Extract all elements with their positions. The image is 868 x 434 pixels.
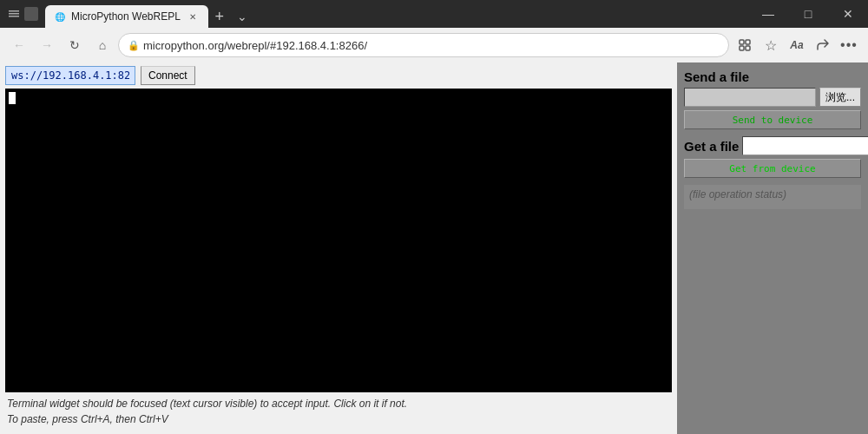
share-button[interactable] — [811, 33, 835, 57]
send-file-title: Send a file — [684, 69, 861, 84]
address-bar[interactable]: 🔒 micropython.org/webrepl/#192.168.4.1:8… — [118, 33, 729, 57]
send-to-device-button[interactable]: Send to device — [684, 110, 861, 129]
back-button[interactable]: ← — [7, 33, 31, 57]
new-tab-button[interactable]: + — [208, 5, 231, 28]
svg-rect-4 — [746, 40, 750, 44]
svg-rect-1 — [9, 13, 19, 15]
svg-rect-3 — [740, 40, 744, 44]
favorites-button[interactable]: ☆ — [759, 33, 783, 57]
tab-favicon: 🌐 — [54, 10, 66, 23]
get-file-input[interactable] — [742, 136, 868, 155]
browse-button[interactable]: 浏览... — [819, 88, 861, 107]
send-file-input[interactable] — [684, 88, 816, 107]
connect-button[interactable]: Connect — [141, 66, 195, 85]
svg-rect-2 — [9, 16, 19, 17]
refresh-button[interactable]: ↻ — [62, 33, 87, 57]
file-operation-status: (file operation status) — [684, 185, 861, 209]
browser-tab-icon — [24, 7, 38, 21]
home-button[interactable]: ⌂ — [90, 33, 115, 57]
get-file-section: Get a file Get from device — [684, 136, 861, 178]
tab-dropdown-button[interactable]: ⌄ — [231, 5, 253, 28]
close-window-button[interactable]: ✕ — [828, 0, 868, 28]
get-file-title: Get a file — [684, 139, 739, 154]
more-button[interactable]: ••• — [837, 33, 861, 57]
terminal[interactable] — [5, 89, 672, 392]
terminal-hint: Terminal widget should be focused (text … — [5, 392, 672, 431]
ws-address-input[interactable] — [5, 66, 135, 85]
address-lock-icon: 🔒 — [128, 40, 140, 51]
address-text: micropython.org/webrepl/#192.168.4.1:826… — [143, 39, 720, 52]
active-tab[interactable]: 🌐 MicroPython WebREPL ✕ — [45, 5, 208, 28]
svg-rect-6 — [746, 46, 750, 50]
svg-rect-5 — [740, 46, 744, 50]
send-file-section: Send a file 浏览... Send to device — [684, 69, 861, 129]
tab-close-button[interactable]: ✕ — [186, 10, 200, 23]
collections-button[interactable] — [733, 33, 757, 57]
get-from-device-button[interactable]: Get from device — [684, 159, 861, 178]
maximize-button[interactable]: □ — [788, 0, 828, 28]
read-aloud-button[interactable]: Aa — [785, 33, 809, 57]
terminal-cursor — [9, 92, 16, 104]
browser-system-icon — [7, 7, 21, 21]
svg-rect-0 — [9, 10, 19, 12]
tab-title: MicroPython WebREPL — [71, 10, 181, 23]
forward-button[interactable]: → — [35, 33, 59, 57]
minimize-button[interactable]: — — [748, 0, 788, 28]
